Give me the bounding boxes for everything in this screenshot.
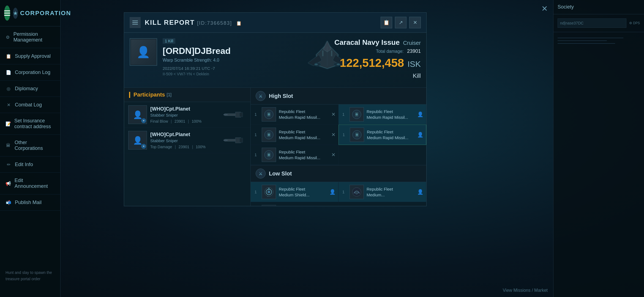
- modules-panel: ⚔ High Slot 1 Republic FleetMedium Rapid…: [251, 88, 426, 206]
- module-item-empty: [339, 145, 426, 165]
- participant-item[interactable]: 👤 + [WHO]Cpt.Planet Stabber Sniper Final…: [124, 102, 250, 128]
- publish-mail-icon: 📬: [6, 199, 12, 205]
- svg-point-33: [268, 154, 270, 156]
- supply-icon: 📋: [6, 53, 12, 59]
- sidebar-item-permission[interactable]: ⚙ Permission Management: [0, 26, 60, 48]
- right-panel-header: Society: [553, 0, 644, 14]
- sidebar: ★ CORPORATION ⚙ Permission Management 📋 …: [0, 0, 61, 297]
- low-module-icon-2: [350, 185, 364, 199]
- low-module-item-2[interactable]: 1 Republic FleetMedium... 👤: [339, 182, 426, 202]
- hamburger-button[interactable]: [4, 6, 10, 21]
- combat-log-icon: ✕: [6, 102, 12, 108]
- permission-icon: ⚙: [6, 34, 10, 40]
- high-slot-section: ⚔ High Slot 1 Republic FleetMedium Rapid…: [251, 88, 426, 165]
- right-panel-input-placeholder[interactable]: nd|nase37DC: [558, 18, 626, 28]
- low-module-item-3[interactable]: 1 Republic Fleet...: [251, 202, 339, 206]
- share-button[interactable]: ↗: [395, 17, 406, 28]
- svg-point-24: [356, 113, 358, 116]
- participant-avatar-1: 👤 +: [128, 105, 147, 124]
- pilot-avatar: 👤: [130, 38, 157, 66]
- sidebar-item-supply[interactable]: 📋 Supply Approval: [0, 48, 60, 64]
- svg-point-30: [356, 134, 358, 136]
- svg-point-27: [268, 134, 270, 136]
- corp-log-icon: 📄: [6, 69, 12, 75]
- kill-report-actions: 📋 ↗ ✕: [381, 17, 421, 28]
- high-slot-title: High Slot: [269, 93, 293, 99]
- participant-stats-2: Top Damage | 23901 | 100%: [150, 145, 218, 149]
- participant-weapon-2: [222, 131, 246, 149]
- module-item-4-highlighted[interactable]: 1 Republic FleetMedium Rapid Missil... 👤: [339, 125, 426, 145]
- low-module-item-empty: [339, 202, 426, 206]
- participants-panel: Participants [1] 👤 + [WHO]Cpt.Planet Sta…: [124, 88, 251, 206]
- kill-report-title: KILL REPORT [ID:7366583] 📋: [145, 19, 376, 26]
- svg-point-21: [268, 113, 270, 116]
- avatar-image: 👤: [131, 40, 156, 64]
- participant-ship-2: Stabber Sniper: [150, 138, 218, 143]
- svg-text:+: +: [267, 196, 268, 197]
- svg-rect-18: [239, 138, 243, 142]
- outcome-label: Kill: [334, 72, 421, 79]
- sidebar-item-combat-log[interactable]: ✕ Combat Log: [0, 97, 60, 113]
- weapon-svg-2: [223, 135, 245, 146]
- title-bar-accent: [129, 92, 130, 98]
- participant-item-2[interactable]: 👤 + [WHO]Cpt.Planet Stabber Sniper Top D…: [124, 128, 250, 153]
- copy-button[interactable]: 📋: [381, 17, 392, 28]
- isk-value-display: 122,512,458 ISK: [334, 56, 421, 70]
- low-module-item-1[interactable]: 1 + Republic FleetMedium Shi: [251, 182, 339, 202]
- sidebar-item-edit-info[interactable]: ✏ Edit Info: [0, 156, 60, 173]
- participant-plus-icon-2: +: [141, 144, 146, 149]
- sidebar-header: ★ CORPORATION: [0, 0, 60, 26]
- kill-report-id-icon: 📋: [236, 21, 242, 26]
- right-panel-title: Society: [558, 4, 574, 10]
- svg-rect-10: [331, 51, 332, 56]
- sidebar-item-corp-log[interactable]: 📄 Corporation Log: [0, 64, 60, 81]
- kill-count-badge: 1 Kill: [163, 38, 175, 44]
- low-slot-section: ⚔ Low Slot 1: [251, 165, 426, 206]
- right-panel-content: [553, 32, 644, 49]
- bottom-nav-hint[interactable]: View Missions / Market: [503, 288, 548, 293]
- svg-rect-14: [239, 112, 243, 117]
- insurance-icon: 📝: [6, 121, 11, 127]
- sidebar-item-other-corps[interactable]: 🏛 Other Corporations: [0, 135, 60, 156]
- close-button[interactable]: ✕: [409, 17, 421, 28]
- kill-report-body: Participants [1] 👤 + [WHO]Cpt.Planet Sta…: [124, 88, 426, 206]
- module-item-3[interactable]: 1 Republic FleetMedium Rapid Missil... ✕: [251, 125, 339, 145]
- svg-rect-13: [223, 114, 228, 115]
- sidebar-bottom-hint: Hunt and slay to spawn the treasure port…: [0, 265, 60, 286]
- weapon-svg-1: [223, 109, 245, 120]
- module-icon-2: [350, 107, 364, 122]
- participant-weapon-1: [222, 106, 246, 124]
- low-slot-modules: 1 + Republic FleetMedium Shi: [251, 182, 426, 206]
- low-slot-icon: ⚔: [256, 169, 266, 178]
- module-icon-1: [262, 107, 276, 122]
- kr-menu-button[interactable]: [130, 17, 141, 28]
- module-item-5[interactable]: 1 Republic FleetMedium Rapid Missil... ✕: [251, 145, 339, 165]
- module-item[interactable]: 1 Republic FleetMedium Rapid Missil... ✕: [251, 105, 339, 125]
- app-close-button[interactable]: ✕: [541, 4, 548, 13]
- svg-point-36: [268, 191, 270, 193]
- sidebar-item-publish-mail[interactable]: 📬 Publish Mail: [0, 194, 60, 211]
- svg-point-6: [315, 64, 318, 65]
- participant-name-1: [WHO]Cpt.Planet: [150, 106, 218, 112]
- sidebar-item-edit-announcement[interactable]: 📢 Edit Announcement: [0, 173, 60, 194]
- participant-avatar-2: 👤 +: [128, 131, 147, 150]
- module-icon-4: [350, 128, 364, 142]
- sidebar-item-diplomacy[interactable]: ◎ Diplomacy: [0, 81, 60, 97]
- module-item-highlighted[interactable]: 1 Republic FleetMedium Rapid Missil... 👤: [339, 105, 426, 125]
- svg-rect-37: [268, 188, 269, 190]
- low-module-icon-3: [262, 205, 276, 206]
- ship-name-label: Caracal Navy Issue Cruiser: [334, 38, 421, 47]
- damage-info: Total damage: 23901: [334, 48, 421, 54]
- low-slot-title: Low Slot: [269, 170, 292, 177]
- high-slot-header: ⚔ High Slot: [251, 88, 426, 105]
- sidebar-item-insurance[interactable]: 📝 Set Insurance contract address: [0, 113, 60, 135]
- kill-report-modal: KILL REPORT [ID:7366583] 📋 📋 ↗ ✕ 👤 1 Kil…: [124, 12, 427, 206]
- module-icon-5: [262, 148, 276, 162]
- corp-logo: ★: [13, 8, 18, 19]
- participant-plus-icon-1: +: [141, 118, 146, 123]
- corp-title: CORPORATION: [20, 10, 71, 17]
- right-panel: Society nd|nase37DC ⚙ DPS: [553, 0, 644, 297]
- svg-point-40: [355, 191, 358, 194]
- high-slot-modules: 1 Republic FleetMedium Rapid Missil... ✕…: [251, 105, 426, 165]
- kill-report-header: KILL REPORT [ID:7366583] 📋 📋 ↗ ✕: [124, 13, 426, 33]
